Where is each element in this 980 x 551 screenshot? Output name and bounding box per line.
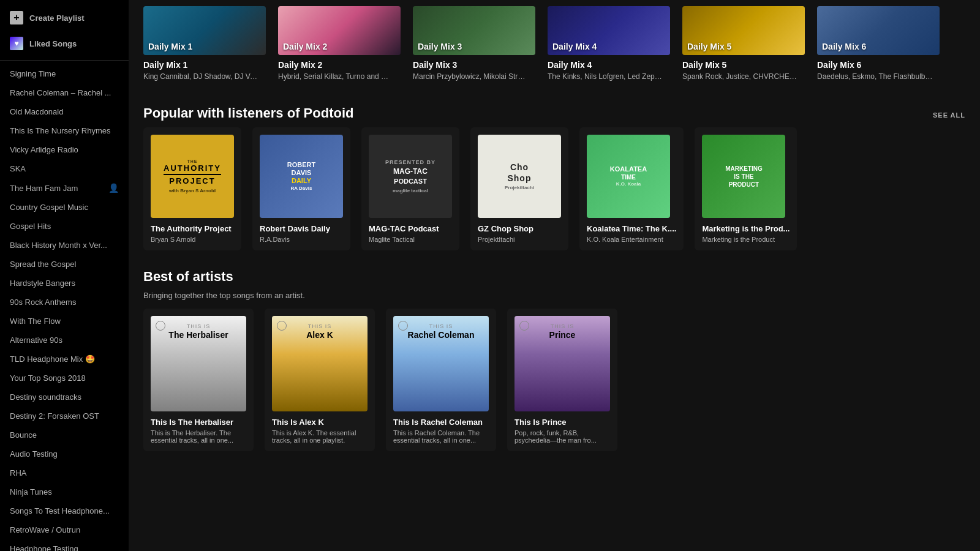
sidebar-item-destiny2[interactable]: Destiny 2: Forsaken OST (0, 407, 129, 425)
liked-songs-label: Liked Songs (29, 39, 77, 48)
artist-card-title: This Is Rachel Coleman (393, 418, 489, 427)
artist-card-desc: This is Rachel Coleman. The essential tr… (393, 429, 489, 444)
best-of-artists-title: Best of artists (143, 269, 233, 285)
sidebar-item-top-songs-2018[interactable]: Your Top Songs 2018 (0, 369, 129, 388)
sidebar-item-label: SKA (10, 164, 26, 173)
daily-mix-overlay-label: Daily Mix 4 (552, 42, 597, 51)
podcast-thumb: Cho Shop ProjektItachi (478, 135, 561, 218)
daily-mix-card-mix5[interactable]: Daily Mix 5Daily Mix 5Spank Rock, Justic… (682, 6, 805, 81)
daily-mix-title: Daily Mix 5 (682, 60, 805, 70)
daily-mix-card-mix4[interactable]: Daily Mix 4Daily Mix 4The Kinks, Nils Lo… (548, 6, 670, 81)
podcast-card-marketing-product[interactable]: MARKETINGIS THEPRODUCT Marketing is the … (695, 127, 797, 250)
sidebar-item-with-the-flow[interactable]: With The Flow (0, 312, 129, 331)
artist-card-this-is-alexk[interactable]: THIS ISAlex KThis Is Alex KThis is Alex … (265, 309, 375, 451)
liked-songs-button[interactable]: ♥ Liked Songs (0, 31, 129, 56)
sidebar-item-label: Spread the Gospel (10, 260, 76, 269)
sidebar-item-ninja-tunes[interactable]: Ninja Tunes (0, 482, 129, 501)
artist-thumb: THIS ISAlex K (272, 316, 368, 411)
sidebar-item-label: Destiny 2: Forsaken OST (10, 411, 99, 421)
daily-mix-overlay-label: Daily Mix 6 (822, 42, 866, 51)
sidebar-item-label: Your Top Songs 2018 (10, 373, 86, 383)
sidebar-item-label: Songs To Test Headphone... (10, 506, 110, 515)
sidebar-item-label: RetroWave / Outrun (10, 525, 80, 534)
artist-card-this-is-herbaliser[interactable]: THIS ISThe HerbaliserThis Is The Herbali… (143, 309, 254, 451)
sidebar-item-headphone-testing[interactable]: Headphone Testing (0, 539, 129, 551)
popular-section-header: Popular with listeners of Podtoid SEE AL… (143, 105, 965, 121)
sidebar-item-rachel-coleman[interactable]: Rachel Coleman – Rachel ... (0, 83, 129, 102)
podcast-card-subtitle: R.A.Davis (260, 236, 343, 243)
sidebar-item-label: The Ham Fam Jam (10, 184, 78, 193)
sidebar-item-label: Headphone Testing (10, 544, 78, 551)
sidebar-item-label: Rachel Coleman – Rachel ... (10, 88, 111, 97)
sidebar-item-this-is-nursery[interactable]: This Is The Nursery Rhymes (0, 121, 129, 140)
this-is-artist-name: Rachel Coleman (408, 331, 475, 340)
podcast-card-title: Koalatea Time: The K.... (587, 224, 676, 233)
daily-mix-title: Daily Mix 1 (143, 60, 266, 70)
sidebar-item-old-macdonald[interactable]: Old Macdonald (0, 102, 129, 121)
podcast-card-gz-chop-shop[interactable]: Cho Shop ProjektItachi GZ Chop ShopProje… (470, 127, 568, 250)
sidebar-item-label: Audio Testing (10, 449, 58, 459)
sidebar-item-label: RHA (10, 468, 26, 478)
sidebar-item-alternative-90s[interactable]: Alternative 90s (0, 331, 129, 350)
podcast-thumb: KOALATEA TIME K.O. Koala (587, 135, 670, 218)
daily-mix-card-mix1[interactable]: Daily Mix 1Daily Mix 1King Cannibal, DJ … (143, 6, 266, 81)
sidebar-item-retrowave[interactable]: RetroWave / Outrun (0, 520, 129, 539)
sidebar-item-bounce[interactable]: Bounce (0, 425, 129, 444)
podcast-card-authority-project[interactable]: THE AUTHORITY PROJECT with Bryan S Arnol… (143, 127, 241, 250)
artist-card-this-is-prince[interactable]: THIS ISPrinceThis Is PrincePop, rock, fu… (507, 309, 617, 451)
play-circle-icon (156, 321, 165, 331)
artist-card-desc: Pop, rock, funk, R&B, psychedelia—the ma… (514, 429, 610, 444)
podcasts-row: THE AUTHORITY PROJECT with Bryan S Arnol… (143, 127, 965, 250)
artist-thumb: THIS ISPrince (514, 316, 610, 411)
sidebar-item-label: 90s Rock Anthems (10, 298, 76, 307)
sidebar-item-gospel-hits[interactable]: Gospel Hits (0, 217, 129, 236)
podcast-card-subtitle: Maglite Tactical (369, 236, 452, 243)
daily-mix-overlay-label: Daily Mix 2 (283, 42, 327, 51)
best-of-artists-desc: Bringing together the top songs from an … (143, 291, 965, 300)
podcast-card-robert-davis-daily[interactable]: ROBERT DAVIS DAILY RA Davis Robert Davis… (252, 127, 350, 250)
sidebar-item-destiny[interactable]: Destiny soundtracks (0, 388, 129, 407)
this-is-label: THIS IS (308, 323, 332, 329)
main-content: Daily Mix 1Daily Mix 1King Cannibal, DJ … (129, 0, 980, 551)
sidebar-item-country-gospel[interactable]: Country Gospel Music (0, 198, 129, 217)
sidebar-item-spread-gospel[interactable]: Spread the Gospel (0, 255, 129, 274)
sidebar: + Create Playlist ♥ Liked Songs Signing … (0, 0, 129, 551)
daily-mix-card-mix3[interactable]: Daily Mix 3Daily Mix 3Marcin Przybylowic… (413, 6, 535, 81)
popular-see-all-button[interactable]: SEE ALL (933, 111, 965, 119)
daily-mix-card-mix2[interactable]: Daily Mix 2Daily Mix 2Hybrid, Serial Kil… (278, 6, 401, 81)
daily-mix-subtitle: Spank Rock, Justice, CHVRCHES and more (682, 72, 799, 81)
sidebar-item-label: Destiny soundtracks (10, 392, 81, 402)
podcast-card-title: Marketing is the Prod... (702, 224, 790, 233)
podcast-card-title: Robert Davis Daily (260, 224, 343, 233)
sidebar-item-label: Bounce (10, 430, 37, 440)
sidebar-item-label: Ninja Tunes (10, 487, 52, 497)
artist-card-this-is-rachel[interactable]: THIS ISRachel ColemanThis Is Rachel Cole… (386, 309, 496, 451)
sidebar-item-black-history[interactable]: Black History Month x Ver... (0, 236, 129, 255)
sidebar-item-label: TLD Headphone Mix 🤩 (10, 354, 95, 364)
sidebar-item-label: Hardstyle Bangers (10, 279, 75, 288)
podcast-card-koalatea-time[interactable]: KOALATEA TIME K.O. Koala Koalatea Time: … (579, 127, 684, 250)
play-circle-icon (519, 321, 529, 331)
sidebar-item-audio-testing[interactable]: Audio Testing (0, 444, 129, 463)
sidebar-item-ska[interactable]: SKA (0, 159, 129, 178)
sidebar-item-label: Country Gospel Music (10, 203, 88, 212)
sidebar-item-ham-fam-jam[interactable]: The Ham Fam Jam👤 (0, 178, 129, 198)
create-playlist-button[interactable]: + Create Playlist (0, 5, 129, 31)
sidebar-item-label: Signing Time (10, 69, 56, 78)
sidebar-item-songs-to-test[interactable]: Songs To Test Headphone... (0, 501, 129, 520)
artist-card-title: This Is Prince (514, 418, 610, 427)
sidebar-item-signing-time[interactable]: Signing Time (0, 64, 129, 83)
sidebar-item-vicky-arlidge[interactable]: Vicky Arlidge Radio (0, 140, 129, 159)
daily-mix-overlay-label: Daily Mix 5 (687, 42, 731, 51)
daily-mix-card-mix6[interactable]: Daily Mix 6Daily Mix 6Daedelus, Eskmo, T… (817, 6, 940, 81)
sidebar-item-hardstyle[interactable]: Hardstyle Bangers (0, 274, 129, 293)
create-playlist-label: Create Playlist (29, 13, 85, 23)
sidebar-item-tld-headphone[interactable]: TLD Headphone Mix 🤩 (0, 350, 129, 369)
podcast-card-title: GZ Chop Shop (478, 224, 561, 233)
artist-thumb: THIS ISRachel Coleman (393, 316, 489, 411)
sidebar-item-90s-rock[interactable]: 90s Rock Anthems (0, 293, 129, 312)
podcast-thumb: PRESENTED BY MAG-TAC PODCAST maglite tac… (369, 135, 452, 218)
podcast-card-magtac-podcast[interactable]: PRESENTED BY MAG-TAC PODCAST maglite tac… (361, 127, 459, 250)
artist-card-desc: This is The Herbaliser. The essential tr… (151, 429, 246, 444)
sidebar-item-rha[interactable]: RHA (0, 463, 129, 482)
